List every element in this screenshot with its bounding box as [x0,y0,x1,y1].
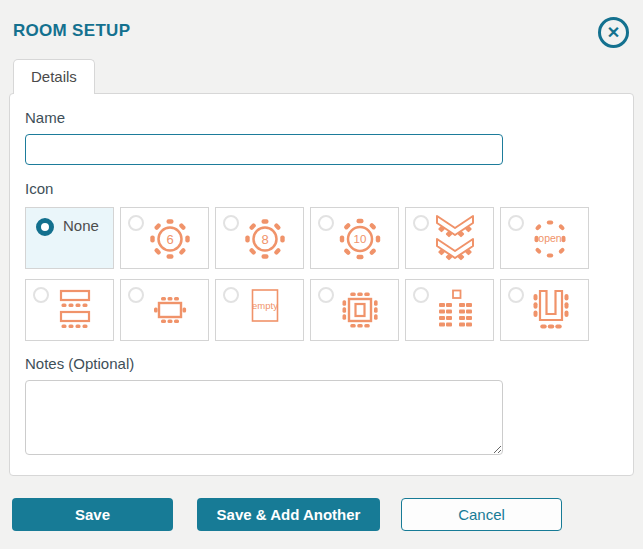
radio-unselected-icon[interactable] [223,215,239,231]
notes-label: Notes (Optional) [25,355,618,372]
chevron-seating-icon [431,214,479,262]
modal-header: ROOM SETUP ✕ [0,0,643,48]
icon-option-none[interactable]: None [25,207,114,269]
none-option-label: None [63,217,99,234]
icon-option-grid: None 6 [25,207,618,341]
modal-title: ROOM SETUP [13,17,130,41]
radio-unselected-icon[interactable] [33,287,49,303]
radio-unselected-icon[interactable] [318,287,334,303]
u-shape-icon [526,286,574,334]
footer-actions: Save Save & Add Another Cancel [12,498,631,531]
hollow-square-icon [336,286,384,334]
notes-textarea[interactable] [25,380,503,455]
svg-text:6: 6 [166,232,173,247]
svg-text:open: open [538,232,562,244]
svg-text:10: 10 [353,233,366,245]
theater-icon [431,286,479,334]
icon-option-theater[interactable] [405,279,494,341]
icon-option-classroom-rows[interactable] [25,279,114,341]
open-circle-icon: open [526,214,574,262]
icon-option-empty-room[interactable]: empty [215,279,304,341]
close-icon: ✕ [607,25,620,41]
svg-text:8: 8 [261,232,268,247]
radio-selected-icon[interactable] [36,218,54,236]
round-table-8-icon: 8 [241,214,289,262]
icon-option-hollow-square[interactable] [310,279,399,341]
radio-unselected-icon[interactable] [508,287,524,303]
round-table-10-icon: 10 [336,214,384,262]
cancel-button[interactable]: Cancel [401,498,562,531]
conference-table-icon [146,286,194,334]
icon-label: Icon [25,180,618,197]
classroom-rows-icon [51,286,99,334]
icon-option-open-circle[interactable]: open [500,207,589,269]
tab-bar: Details [13,59,643,94]
radio-unselected-icon[interactable] [413,287,429,303]
radio-unselected-icon[interactable] [223,287,239,303]
radio-unselected-icon[interactable] [128,287,144,303]
tab-details[interactable]: Details [13,59,95,94]
icon-option-conference-table[interactable] [120,279,209,341]
radio-unselected-icon[interactable] [318,215,334,231]
radio-unselected-icon[interactable] [508,215,524,231]
empty-room-icon: empty [241,286,289,334]
radio-unselected-icon[interactable] [413,215,429,231]
icon-option-chevron-seating[interactable] [405,207,494,269]
name-label: Name [25,109,618,126]
round-table-6-icon: 6 [146,214,194,262]
close-button[interactable]: ✕ [598,17,629,48]
icon-option-round-table-10[interactable]: 10 [310,207,399,269]
name-input[interactable] [25,134,503,165]
svg-text:empty: empty [252,300,278,311]
icon-option-round-table-8[interactable]: 8 [215,207,304,269]
icon-option-u-shape[interactable] [500,279,589,341]
save-and-add-another-button[interactable]: Save & Add Another [197,498,380,531]
radio-unselected-icon[interactable] [128,215,144,231]
save-button[interactable]: Save [12,498,173,531]
icon-option-round-table-6[interactable]: 6 [120,207,209,269]
details-panel: Name Icon None 6 [9,93,634,476]
